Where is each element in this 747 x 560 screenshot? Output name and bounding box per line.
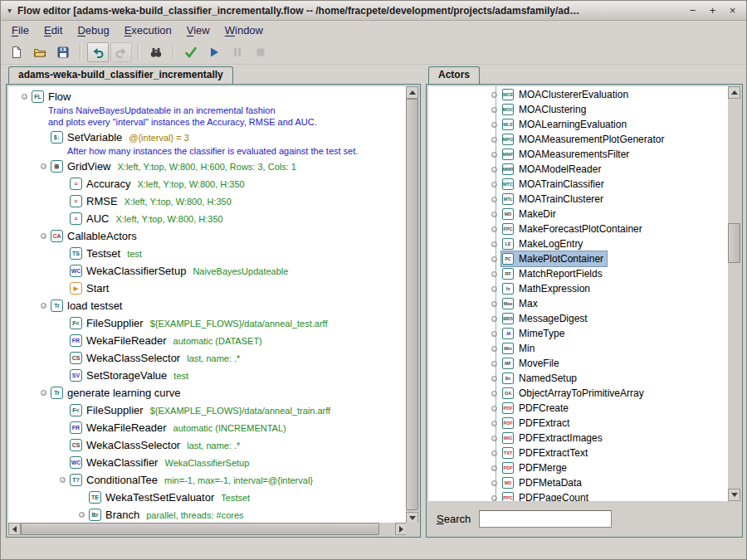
actor-item-matchreportfields[interactable]: RFMatchReportFields <box>428 266 728 281</box>
minimize-button[interactable]: − <box>686 4 700 17</box>
menu-file[interactable]: File <box>4 22 37 39</box>
expander-icon[interactable] <box>32 233 51 239</box>
expander-icon[interactable] <box>51 477 70 483</box>
actor-item-moatrainclusterer[interactable]: MTcMOATrainClusterer <box>428 192 728 207</box>
new-button[interactable] <box>6 42 27 62</box>
actor-item-makeplotcontainer[interactable]: PCMakePlotContainer <box>428 251 728 266</box>
scrollbar-thumb[interactable] <box>21 523 379 535</box>
moamodelreader-icon: MMR <box>502 163 514 175</box>
find-button[interactable] <box>145 42 167 62</box>
flow-node-filesupplier[interactable]: F<FileSupplier${EXAMPLE_FLOWS}/data/anne… <box>8 402 406 419</box>
undo-button[interactable] <box>87 42 109 62</box>
flow-node-setvariable[interactable]: $↓SetVariable@{interval} = 3 <box>8 129 406 146</box>
flow-node-wekatestsetevaluator[interactable]: TEWekaTestSetEvaluatorTestset <box>8 489 406 506</box>
scroll-left-button[interactable] <box>8 523 21 535</box>
actor-item-pdfextract[interactable]: PDFPDFExtract <box>428 416 728 431</box>
expander-icon[interactable] <box>32 303 51 309</box>
expander-icon[interactable] <box>71 512 89 518</box>
expander-knob-icon <box>491 286 497 292</box>
flow-node-wekaclassselector[interactable]: CSWekaClassSelectorlast, name: .* <box>8 349 406 367</box>
flow-node-wekaclassifier[interactable]: WCWekaClassifierWekaClassifierSetup <box>8 454 406 471</box>
scrollbar-thumb[interactable] <box>728 223 740 263</box>
open-button[interactable] <box>29 42 51 62</box>
expander-icon[interactable] <box>32 390 51 396</box>
menu-execution[interactable]: Execution <box>117 22 179 39</box>
expander-icon[interactable] <box>32 163 51 169</box>
actor-item-pdfmerge[interactable]: PDFPDFMerge <box>428 460 728 475</box>
tab-flow[interactable]: adams-weka-build_classifier_incrementall… <box>8 66 233 84</box>
flow-horizontal-scrollbar[interactable] <box>8 523 408 535</box>
messagedigest-icon: MD5 <box>502 313 514 324</box>
actor-item-moatrainclassifier[interactable]: MTCMOATrainClassifier <box>428 177 728 192</box>
flow-node-wekaclassifiersetup[interactable]: WCWekaClassifierSetupNaiveBayesUpdateabl… <box>8 262 406 280</box>
actor-item-pdfextracttext[interactable]: TXTPDFExtractText <box>428 446 728 460</box>
scroll-up-button[interactable] <box>728 86 740 99</box>
scroll-down-button[interactable] <box>728 489 740 501</box>
flow-node-rmse[interactable]: ≈RMSEX:left, Y:top, W:800, H:350 <box>8 192 406 210</box>
close-button[interactable]: × <box>725 4 740 17</box>
actor-item-pdfcreate[interactable]: PDFPDFCreate <box>428 401 728 416</box>
flow-node-wekafilereader[interactable]: FRWekaFileReaderautomatic (DATASET) <box>8 332 406 349</box>
scrollbar-thumb[interactable] <box>406 99 418 510</box>
flow-node-callableactors[interactable]: CACallableActors <box>8 227 406 245</box>
actor-item-moameasurementsfilter[interactable]: MMFMOAMeasurementsFilter <box>428 147 728 162</box>
save-button[interactable] <box>52 42 74 62</box>
actor-item-moameasurementplotgenerator[interactable]: MPGMOAMeasurementPlotGenerator <box>428 132 728 147</box>
title-bar[interactable]: ▾ Flow editor [adams-weka-build_classifi… <box>1 1 746 21</box>
actors-vertical-scrollbar[interactable] <box>728 86 740 501</box>
actor-item-moaclustering[interactable]: MOCMOAClustering <box>428 102 728 117</box>
menu-window[interactable]: Window <box>217 22 271 39</box>
actor-item-content: MLEMOALearningEvaluation <box>501 117 630 132</box>
validate-button[interactable] <box>180 42 202 62</box>
actor-item-moaclustererevaluation[interactable]: MCEMOAClustererEvaluation <box>428 87 728 102</box>
window-menu-icon[interactable]: ▾ <box>7 7 12 15</box>
actor-item-makedir[interactable]: MDMakeDir <box>428 207 728 222</box>
flow-node-wekafilereader[interactable]: FRWekaFileReaderautomatic (INCREMENTAL) <box>8 419 406 436</box>
flow-vertical-scrollbar[interactable] <box>406 86 418 524</box>
flow-node-branch[interactable]: BrBranchparallel, threads: #cores <box>8 506 406 523</box>
flow-node-filesupplier[interactable]: F<FileSupplier${EXAMPLE_FLOWS}/data/anne… <box>8 314 406 332</box>
flow-node-accuracy[interactable]: ≈AccuracyX:left, Y:top, W:800, H:350 <box>8 175 406 192</box>
flow-node-start[interactable]: ▶Start <box>8 280 406 297</box>
maximize-button[interactable]: + <box>706 4 720 17</box>
actor-item-pdfpagecount[interactable]: PPCPDFPageCount <box>428 490 728 501</box>
run-button[interactable] <box>203 42 225 62</box>
actor-item-pdfextractimages[interactable]: IMGPDFExtractImages <box>428 431 728 446</box>
expander-icon[interactable] <box>13 94 32 100</box>
menu-bar: FileEditDebugExecutionViewWindow <box>1 21 746 40</box>
actor-item-objectarraytoprimitivearray[interactable]: OAObjectArrayToPrimitiveArray <box>428 386 728 401</box>
wekaclassifier-icon: WC <box>70 456 82 469</box>
actor-item-namedsetup[interactable]: $nNamedSetup <box>428 371 728 386</box>
menu-edit[interactable]: Edit <box>37 22 70 39</box>
actor-item-messagedigest[interactable]: MD5MessageDigest <box>428 311 728 326</box>
actor-item-content: RFMatchReportFields <box>501 266 606 281</box>
flow-node-load-testset[interactable]: Trload testset <box>8 297 406 314</box>
flow-node-testset[interactable]: TSTestsettest <box>8 245 406 262</box>
actor-item-makeforecastplotcontainer[interactable]: FPCMakeForecastPlotContainer <box>428 222 728 236</box>
actor-item-makelogentry[interactable]: LEMakeLogEntry <box>428 236 728 251</box>
flow-node-wekaclassselector[interactable]: CSWekaClassSelectorlast, name: .* <box>8 436 406 454</box>
actor-item-moalearningevaluation[interactable]: MLEMOALearningEvaluation <box>428 117 728 132</box>
makedir-icon: MD <box>502 208 514 220</box>
scroll-up-button[interactable] <box>406 86 418 99</box>
actor-item-movefile[interactable]: MFMoveFile <box>428 356 728 371</box>
flow-node-flow[interactable]: FLFlow <box>8 88 406 105</box>
actor-item-moamodelreader[interactable]: MMRMOAModelReader <box>428 162 728 177</box>
moameasurementplotgenerator-icon: MPG <box>502 134 514 145</box>
actor-item-pdfmetadata[interactable]: MDPDFMetaData <box>428 475 728 490</box>
moaclustererevaluation-icon: MCE <box>502 89 514 100</box>
flow-node-auc[interactable]: ≈AUCX:left, Y:top, W:800, H:350 <box>8 210 406 227</box>
actor-item-mimetype[interactable]: .MMimeType <box>428 326 728 341</box>
tab-actors[interactable]: Actors <box>428 66 480 84</box>
actor-item-max[interactable]: MaxMax <box>428 296 728 311</box>
flow-node-conditionaltee[interactable]: T?ConditionalTeemin=-1, max=-1, interval… <box>8 471 406 489</box>
actor-item-content: PDFPDFCreate <box>501 401 572 416</box>
search-input[interactable] <box>479 510 612 528</box>
actor-item-min[interactable]: MinMin <box>428 341 728 356</box>
menu-debug[interactable]: Debug <box>70 22 116 39</box>
actor-item-mathexpression[interactable]: fxMathExpression <box>428 281 728 296</box>
menu-view[interactable]: View <box>179 22 217 39</box>
flow-node-setstoragevalue[interactable]: SVSetStorageValuetest <box>8 367 406 384</box>
flow-node-generate-learning-curve[interactable]: Trgenerate learning curve <box>8 384 406 402</box>
flow-node-gridview[interactable]: ⊞GridViewX:left, Y:top, W:800, H:600, Ro… <box>8 158 406 175</box>
